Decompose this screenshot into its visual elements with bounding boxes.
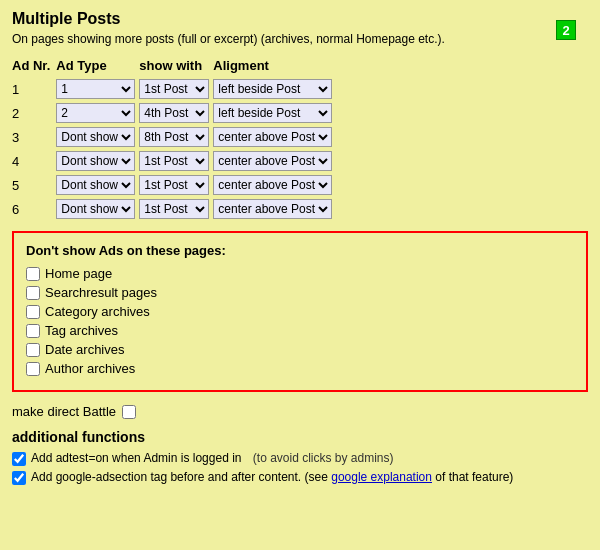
additional-title: additional functions [12,429,588,445]
ad-nr: 6 [12,197,56,221]
alignment-select[interactable]: left beside Postright beside Postcenter … [213,79,332,99]
table-row: 6123Dont show1st Post2nd Post3rd Post4th… [12,197,336,221]
additional-item: Add adtest=on when Admin is logged in (t… [12,451,588,466]
dont-show-checkbox[interactable] [26,305,40,319]
additional-item: Add google-adsection tag before and afte… [12,470,588,485]
alignment-select[interactable]: left beside Postright beside Postcenter … [213,175,332,195]
dont-show-label[interactable]: Searchresult pages [45,285,157,300]
col-header-align: Aligment [213,56,336,77]
dont-show-title: Don't show Ads on these pages: [26,243,574,258]
ad-nr: 5 [12,173,56,197]
show-with-select[interactable]: 1st Post2nd Post3rd Post4th Post5th Post… [139,175,209,195]
table-row: 4123Dont show1st Post2nd Post3rd Post4th… [12,149,336,173]
ads-table: Ad Nr. Ad Type show with Aligment 1123Do… [12,56,336,221]
alignment-select[interactable]: left beside Postright beside Postcenter … [213,127,332,147]
alignment-cell: left beside Postright beside Postcenter … [213,173,336,197]
show-with-select[interactable]: 1st Post2nd Post3rd Post4th Post5th Post… [139,127,209,147]
ad-type-select[interactable]: 123Dont show [56,127,135,147]
ad-nr: 3 [12,125,56,149]
show-with-select[interactable]: 1st Post2nd Post3rd Post4th Post5th Post… [139,79,209,99]
dont-show-item: Date archives [26,342,574,357]
additional-checkbox[interactable] [12,452,26,466]
additional-item-note: (to avoid clicks by admins) [249,451,393,465]
dont-show-label[interactable]: Date archives [45,342,124,357]
dont-show-label[interactable]: Author archives [45,361,135,376]
google-explanation-link[interactable]: google explanation [331,470,432,484]
ad-type-cell: 123Dont show [56,125,139,149]
dont-show-item: Category archives [26,304,574,319]
alignment-select[interactable]: left beside Postright beside Postcenter … [213,151,332,171]
ad-type-select[interactable]: 123Dont show [56,199,135,219]
show-with-select[interactable]: 1st Post2nd Post3rd Post4th Post5th Post… [139,151,209,171]
ad-type-cell: 123Dont show [56,77,139,101]
direct-battle-row: make direct Battle [12,404,588,419]
col-header-show: show with [139,56,213,77]
table-row: 2123Dont show1st Post2nd Post3rd Post4th… [12,101,336,125]
additional-item-text: Add adtest=on when Admin is logged in (t… [31,451,588,465]
show-with-cell: 1st Post2nd Post3rd Post4th Post5th Post… [139,149,213,173]
dont-show-item: Home page [26,266,574,281]
alignment-cell: left beside Postright beside Postcenter … [213,101,336,125]
badge: 2 [556,20,576,40]
ad-type-select[interactable]: 123Dont show [56,103,135,123]
show-with-cell: 1st Post2nd Post3rd Post4th Post5th Post… [139,125,213,149]
dont-show-checkbox[interactable] [26,286,40,300]
additional-checkbox[interactable] [12,471,26,485]
alignment-cell: left beside Postright beside Postcenter … [213,77,336,101]
alignment-cell: left beside Postright beside Postcenter … [213,149,336,173]
dont-show-checkbox[interactable] [26,343,40,357]
table-row: 1123Dont show1st Post2nd Post3rd Post4th… [12,77,336,101]
ad-type-cell: 123Dont show [56,149,139,173]
dont-show-section: Don't show Ads on these pages: Home page… [12,231,588,392]
dont-show-checkbox[interactable] [26,324,40,338]
dont-show-item: Searchresult pages [26,285,574,300]
ad-nr: 2 [12,101,56,125]
direct-battle-label: make direct Battle [12,404,116,419]
ad-nr: 4 [12,149,56,173]
dont-show-checkbox[interactable] [26,362,40,376]
ad-type-select[interactable]: 123Dont show [56,175,135,195]
ad-nr: 1 [12,77,56,101]
show-with-cell: 1st Post2nd Post3rd Post4th Post5th Post… [139,101,213,125]
additional-item-text: Add google-adsection tag before and afte… [31,470,588,484]
dont-show-label[interactable]: Category archives [45,304,150,319]
table-row: 5123Dont show1st Post2nd Post3rd Post4th… [12,173,336,197]
page-subtitle: On pages showing more posts (full or exc… [12,32,588,46]
ad-type-cell: 123Dont show [56,197,139,221]
direct-battle-checkbox[interactable] [122,405,136,419]
ad-type-select[interactable]: 123Dont show [56,151,135,171]
dont-show-item: Tag archives [26,323,574,338]
page-title: Multiple Posts [12,10,588,28]
ad-type-select[interactable]: 123Dont show [56,79,135,99]
alignment-select[interactable]: left beside Postright beside Postcenter … [213,103,332,123]
ad-type-cell: 123Dont show [56,173,139,197]
show-with-cell: 1st Post2nd Post3rd Post4th Post5th Post… [139,173,213,197]
additional-section: additional functions Add adtest=on when … [12,429,588,485]
show-with-cell: 1st Post2nd Post3rd Post4th Post5th Post… [139,77,213,101]
ad-type-cell: 123Dont show [56,101,139,125]
alignment-select[interactable]: left beside Postright beside Postcenter … [213,199,332,219]
show-with-select[interactable]: 1st Post2nd Post3rd Post4th Post5th Post… [139,199,209,219]
dont-show-item: Author archives [26,361,574,376]
col-header-type: Ad Type [56,56,139,77]
table-row: 3123Dont show1st Post2nd Post3rd Post4th… [12,125,336,149]
show-with-cell: 1st Post2nd Post3rd Post4th Post5th Post… [139,197,213,221]
dont-show-label[interactable]: Home page [45,266,112,281]
alignment-cell: left beside Postright beside Postcenter … [213,125,336,149]
show-with-select[interactable]: 1st Post2nd Post3rd Post4th Post5th Post… [139,103,209,123]
col-header-nr: Ad Nr. [12,56,56,77]
dont-show-label[interactable]: Tag archives [45,323,118,338]
alignment-cell: left beside Postright beside Postcenter … [213,197,336,221]
dont-show-checkbox[interactable] [26,267,40,281]
